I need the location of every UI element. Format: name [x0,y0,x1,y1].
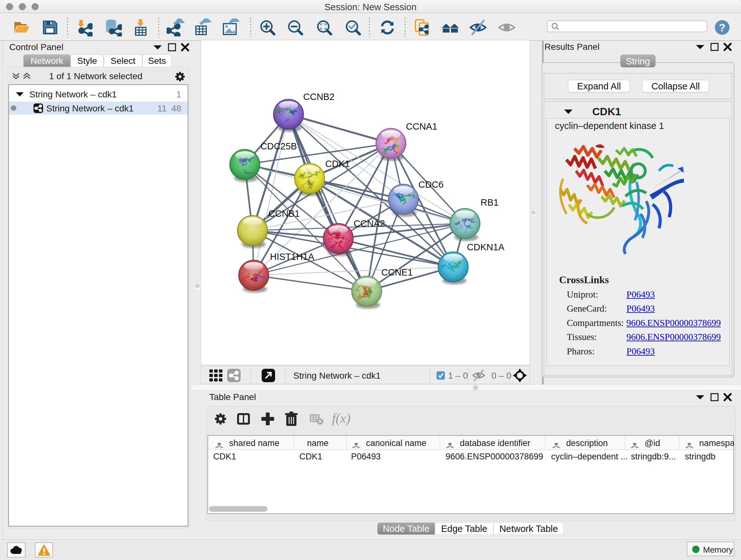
svg-text:CDC25B: CDC25B [260,141,297,151]
svg-text:CDK1: CDK1 [325,159,350,169]
svg-text:CCNA1: CCNA1 [406,121,437,132]
svg-text:CDC6: CDC6 [418,179,444,190]
svg-text:HIST1H1A: HIST1H1A [270,252,314,262]
svg-text:CCNB1: CCNB1 [268,208,300,219]
svg-text:RB1: RB1 [481,197,498,207]
svg-text:CCNB2: CCNB2 [303,91,334,102]
svg-text:CCNE1: CCNE1 [381,267,413,277]
svg-text:CCNA2: CCNA2 [354,219,385,229]
svg-text:CDKN1A: CDKN1A [467,242,504,252]
